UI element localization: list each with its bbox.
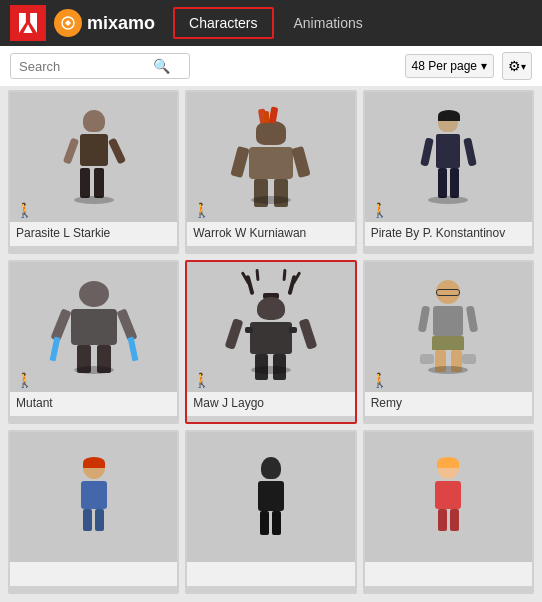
tab-animations[interactable]: Animations [278, 7, 379, 39]
character-image-mutant: 🚶 [10, 262, 177, 392]
app-name: mixamo [87, 13, 155, 34]
app-header: mixamo Characters Animations [0, 0, 542, 46]
character-name-remy: Remy [365, 392, 532, 416]
mixamo-logo: mixamo [54, 9, 155, 37]
character-image-pirate: 🚶 [365, 92, 532, 222]
character-name-maw: Maw J Laygo [187, 392, 354, 416]
character-card-pirate[interactable]: 🚶 Pirate By P. Konstantinov [363, 90, 534, 254]
character-card-mutant[interactable]: 🚶 Mutant [8, 260, 179, 424]
gear-icon: ⚙ [508, 58, 521, 74]
settings-button[interactable]: ⚙ ▾ [502, 52, 532, 80]
character-image-warrok: 🚶 [187, 92, 354, 222]
character-card-maw[interactable]: 🚶 Maw J Laygo [185, 260, 356, 424]
character-name-bottom-2 [187, 562, 354, 586]
character-name-mutant: Mutant [10, 392, 177, 416]
mixamo-icon [54, 9, 82, 37]
character-card-warrok[interactable]: 🚶 Warrok W Kurniawan [185, 90, 356, 254]
character-image-parasite: 🚶 [10, 92, 177, 222]
search-box[interactable]: 🔍 [10, 53, 190, 79]
character-name-warrok: Warrok W Kurniawan [187, 222, 354, 246]
character-grid: 🚶 Parasite L Starkie [0, 86, 542, 602]
person-icon-pirate: 🚶 [371, 202, 388, 218]
chevron-down-icon-gear: ▾ [521, 61, 526, 72]
character-image-bottom-3 [365, 432, 532, 562]
character-image-remy: 🚶 [365, 262, 532, 392]
character-card-remy[interactable]: 🚶 Remy [363, 260, 534, 424]
nav-tabs: Characters Animations [173, 7, 379, 39]
per-page-label: 48 Per page [412, 59, 477, 73]
character-card-bottom-1[interactable] [8, 430, 179, 594]
character-card-parasite[interactable]: 🚶 Parasite L Starkie [8, 90, 179, 254]
person-icon-parasite: 🚶 [16, 202, 33, 218]
tab-characters[interactable]: Characters [173, 7, 273, 39]
search-input[interactable] [19, 59, 149, 74]
character-name-bottom-1 [10, 562, 177, 586]
character-image-bottom-2 [187, 432, 354, 562]
character-image-maw: 🚶 [187, 262, 354, 392]
character-name-bottom-3 [365, 562, 532, 586]
character-name-pirate: Pirate By P. Konstantinov [365, 222, 532, 246]
person-icon-mutant: 🚶 [16, 372, 33, 388]
per-page-select[interactable]: 48 Per page ▾ [405, 54, 494, 78]
character-card-bottom-3[interactable] [363, 430, 534, 594]
person-icon-warrok: 🚶 [193, 202, 210, 218]
person-icon-remy: 🚶 [371, 372, 388, 388]
person-icon-maw: 🚶 [193, 372, 210, 388]
adobe-logo [10, 5, 46, 41]
chevron-down-icon: ▾ [481, 59, 487, 73]
search-icon[interactable]: 🔍 [153, 58, 170, 74]
character-image-bottom-1 [10, 432, 177, 562]
character-card-bottom-2[interactable] [185, 430, 356, 594]
toolbar: 🔍 48 Per page ▾ ⚙ ▾ [0, 46, 542, 86]
character-name-parasite: Parasite L Starkie [10, 222, 177, 246]
